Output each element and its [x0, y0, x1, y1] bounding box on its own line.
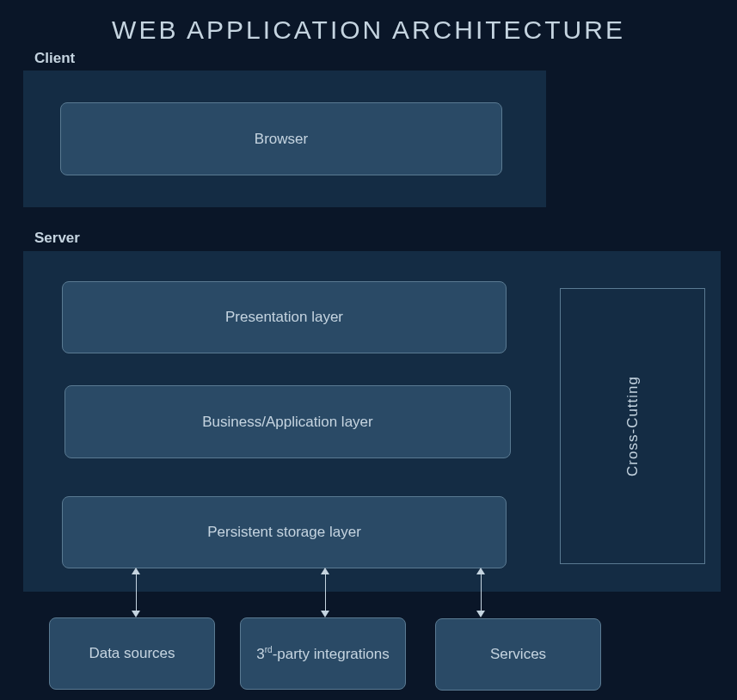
- cross-cutting-label: Cross-Cutting: [624, 376, 642, 476]
- persistent-storage-block: Persistent storage layer: [62, 496, 507, 568]
- browser-block: Browser: [60, 102, 502, 175]
- services-block: Services: [435, 618, 601, 691]
- third-party-integrations-block: 3rd-party integrations: [240, 617, 406, 690]
- arrow-double-icon: [476, 568, 486, 617]
- cross-cutting-block: Cross-Cutting: [560, 288, 705, 564]
- third-party-label: 3rd-party integrations: [256, 645, 389, 663]
- server-section-label: Server: [34, 230, 80, 247]
- data-sources-block: Data sources: [49, 617, 215, 690]
- presentation-layer-block: Presentation layer: [62, 281, 507, 353]
- diagram-title: WEB APPLICATION ARCHITECTURE: [0, 0, 737, 45]
- client-section-label: Client: [34, 50, 75, 67]
- arrow-double-icon: [320, 568, 330, 617]
- business-layer-block: Business/Application layer: [64, 385, 511, 458]
- arrow-double-icon: [131, 568, 141, 617]
